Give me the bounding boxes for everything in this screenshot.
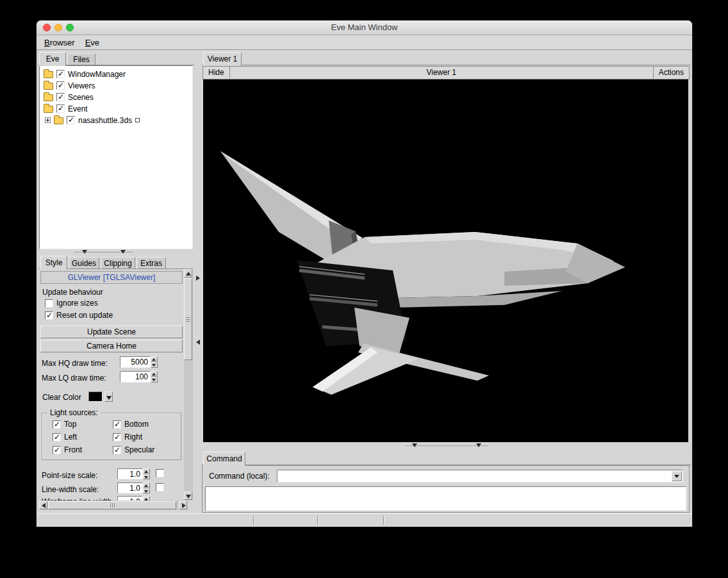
left-panel-hscrollbar[interactable]: [39, 500, 188, 510]
update-scene-button[interactable]: Update Scene: [40, 326, 183, 338]
close-window-icon[interactable]: [43, 24, 51, 31]
actions-button[interactable]: Actions: [653, 67, 689, 79]
scroll-right-button[interactable]: [179, 501, 187, 509]
wireframe-value[interactable]: 1.0: [117, 496, 143, 500]
max-hq-label: Max HQ draw time:: [42, 359, 108, 368]
tree-checkbox[interactable]: [56, 70, 65, 78]
tree-checkbox[interactable]: [56, 104, 65, 113]
spin-down-icon[interactable]: [143, 474, 150, 480]
panel-vsplitter[interactable]: [194, 50, 202, 513]
splitter-arrow-icon[interactable]: [120, 250, 126, 254]
tab-viewer-1[interactable]: Viewer 1: [203, 52, 242, 66]
tab-guides[interactable]: Guides: [69, 257, 99, 269]
light-right-row: Right: [113, 433, 142, 442]
light-specular-checkbox[interactable]: [113, 446, 121, 454]
style-panel-vscrollbar[interactable]: [184, 269, 193, 500]
spin-up-icon[interactable]: [151, 371, 158, 377]
max-lq-value[interactable]: 100: [120, 371, 151, 383]
tree-item-windowmanager[interactable]: WindowManager: [44, 69, 126, 79]
line-width-spinner: 1.0: [117, 483, 150, 493]
tab-style[interactable]: Style: [40, 256, 67, 270]
arrow-down-icon: [186, 495, 191, 499]
light-bottom-row: Bottom: [113, 420, 149, 429]
tree-item-event[interactable]: Event: [44, 103, 88, 114]
line-width-value[interactable]: 1.0: [117, 483, 143, 493]
light-bottom-checkbox[interactable]: [113, 420, 121, 429]
left-tabstrip: Eve Files: [38, 51, 194, 65]
scroll-up-button[interactable]: [184, 269, 192, 277]
viewer-tabstrip: Viewer 1: [202, 51, 691, 65]
max-lq-label: Max LQ draw time:: [42, 374, 106, 383]
light-left-checkbox[interactable]: [53, 433, 61, 442]
splitter-arrow-icon[interactable]: [196, 340, 200, 345]
viewer-command-splitter[interactable]: [202, 443, 691, 449]
title-bar: Eve Main Window: [37, 21, 692, 35]
combobox-dropdown-icon[interactable]: [672, 471, 682, 481]
command-combobox[interactable]: [277, 470, 683, 483]
scroll-left-button[interactable]: [39, 501, 47, 509]
spin-up-icon[interactable]: [151, 356, 158, 362]
point-size-value[interactable]: 1.0: [117, 468, 143, 479]
command-output-area[interactable]: [205, 486, 686, 511]
splitter-arrow-icon[interactable]: [412, 443, 417, 447]
glviewer-link[interactable]: GLViewer [TGLSAViewer]: [40, 271, 183, 284]
scroll-down-button[interactable]: [184, 491, 192, 500]
spin-down-icon[interactable]: [143, 488, 150, 494]
spin-up-icon[interactable]: [143, 496, 150, 500]
light-front-checkbox[interactable]: [53, 446, 61, 454]
reset-on-update-checkbox[interactable]: [45, 311, 53, 320]
tree-style-splitter[interactable]: [38, 249, 194, 255]
ignore-sizes-label: Ignore sizes: [56, 299, 98, 308]
ignore-sizes-checkbox[interactable]: [45, 299, 53, 308]
spin-up-icon[interactable]: [143, 483, 150, 488]
reset-on-update-row: Reset on update: [45, 311, 113, 320]
tree-checkbox[interactable]: [67, 116, 75, 124]
style-panel: GLViewer [TGLSAViewer] Update behaviour …: [39, 269, 193, 500]
light-left-row: Left: [53, 433, 77, 442]
spin-down-icon[interactable]: [151, 362, 158, 368]
command-tabstrip: Command: [202, 451, 691, 465]
tree-checkbox[interactable]: [56, 81, 65, 90]
line-width-checkbox[interactable]: [156, 483, 164, 491]
hscroll-thumb[interactable]: [48, 501, 176, 509]
minimize-window-icon[interactable]: [54, 24, 62, 31]
light-top-checkbox[interactable]: [53, 420, 61, 429]
tab-files[interactable]: Files: [67, 53, 95, 65]
arrow-left-icon: [42, 503, 46, 508]
tree-item-viewers[interactable]: Viewers: [44, 80, 95, 91]
light-right-checkbox[interactable]: [113, 433, 121, 442]
tree-item-scenes[interactable]: Scenes: [44, 92, 94, 103]
camera-home-button[interactable]: Camera Home: [40, 340, 183, 352]
clear-color-label: Clear Color: [42, 393, 81, 402]
point-size-checkbox[interactable]: [156, 469, 164, 477]
gl-viewport[interactable]: [203, 79, 688, 442]
tab-eve[interactable]: Eve: [39, 52, 66, 66]
clear-color-swatch[interactable]: [88, 392, 103, 402]
thumb-grip-icon: [186, 317, 190, 322]
tab-extras[interactable]: Extras: [136, 257, 166, 269]
splitter-arrow-icon[interactable]: [476, 443, 481, 447]
splitter-arrow-icon[interactable]: [196, 276, 200, 281]
spin-up-icon[interactable]: [143, 468, 150, 474]
light-sources-group: Light sources: Top Left Front Bottom: [42, 413, 181, 460]
hide-button[interactable]: Hide: [203, 67, 230, 79]
splitter-arrow-icon[interactable]: [82, 250, 87, 254]
menu-eve[interactable]: Eve: [81, 37, 105, 49]
command-local-label: Command (local):: [209, 472, 270, 481]
tab-clipping[interactable]: Clipping: [101, 257, 135, 269]
thumb-grip-icon: [110, 503, 115, 508]
arrow-up-icon: [186, 272, 191, 276]
tree-item-nasashuttle[interactable]: nasashuttle.3ds: [45, 115, 140, 126]
menu-browser[interactable]: Browser: [40, 37, 81, 49]
tab-command[interactable]: Command: [203, 452, 245, 466]
max-hq-value[interactable]: 5000: [120, 356, 151, 368]
vscroll-thumb[interactable]: [184, 278, 192, 360]
tree-checkbox[interactable]: [56, 93, 65, 101]
eve-main-window: Eve Main Window Browser Eve Eve Files Wi…: [37, 21, 692, 527]
expand-plus-icon[interactable]: [45, 117, 51, 123]
zoom-window-icon[interactable]: [66, 24, 74, 31]
spin-down-icon[interactable]: [151, 377, 158, 383]
clear-color-dropdown-button[interactable]: [104, 392, 113, 402]
folder-icon: [44, 94, 53, 101]
tree-item-label: Viewers: [68, 81, 95, 90]
